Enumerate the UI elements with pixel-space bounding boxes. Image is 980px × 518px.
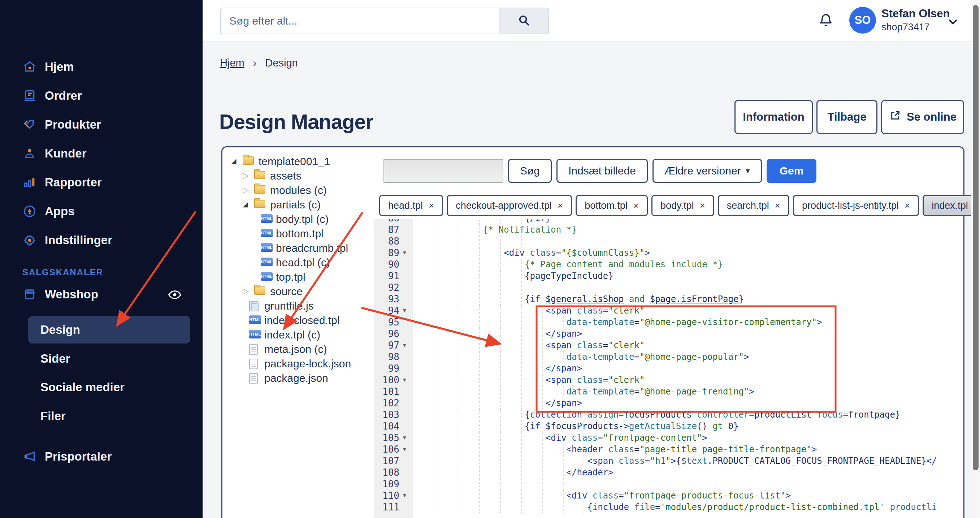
chevron-down-icon[interactable] [946, 14, 960, 29]
tree-item-label: package-lock.json [264, 358, 351, 370]
fold-arrow-icon[interactable]: ▾ [403, 305, 406, 316]
code-editor[interactable]: 86{/if}87{* Notification *}8889▾<div cla… [374, 219, 963, 518]
tree-item-assets[interactable]: ▷assets [222, 169, 374, 183]
se-online-button[interactable]: Se online [881, 100, 964, 134]
tree-expand-icon[interactable]: ▷ [243, 185, 249, 195]
tree-item-partialsc[interactable]: ◢partials (c) [222, 198, 374, 212]
tree-collapse-icon[interactable]: ◢ [231, 156, 237, 167]
code-text: </span> [420, 328, 963, 339]
tree-item-package.json[interactable]: package.json [222, 371, 374, 386]
code-line-96[interactable]: 96</span> [374, 328, 963, 339]
user-shop-id: shop73417 [881, 22, 930, 33]
code-line-97[interactable]: 97▾<span class="clerk" [374, 339, 963, 351]
code-line-100[interactable]: 100▾<span class="clerk" [374, 374, 963, 386]
fold-arrow-icon[interactable]: ▾ [403, 374, 406, 386]
code-line-104[interactable]: 104{if $focusProducts->getActualSize() g… [374, 421, 963, 432]
sidebar-item-apps[interactable]: Apps [0, 197, 202, 226]
tree-expand-icon[interactable]: ▷ [243, 170, 249, 181]
code-line-105[interactable]: 105▾<div class="frontpage-content"> [374, 432, 963, 443]
page-scrollbar-thumb[interactable] [973, 5, 978, 470]
sidebar-item-design[interactable]: Design [28, 316, 190, 344]
eye-icon[interactable] [167, 287, 183, 303]
tree-item-index-closed.tpl[interactable]: HTMLindex-closed.tpl [222, 313, 374, 328]
sidebar-item-filer[interactable]: Filer [0, 402, 202, 430]
tab-close-icon[interactable]: × [700, 200, 705, 211]
tab-close-icon[interactable]: × [775, 200, 780, 211]
code-line-94[interactable]: 94▾<span class="clerk" [374, 305, 963, 316]
tree-item-top.tpl[interactable]: HTMLtop.tpl [222, 270, 374, 284]
sidebar-item-hjem[interactable]: Hjem [0, 53, 202, 81]
fold-arrow-icon[interactable]: ▾ [403, 490, 406, 501]
code-line-102[interactable]: 102</span> [374, 397, 963, 409]
code-line-99[interactable]: 99</span> [374, 363, 963, 374]
code-line-86[interactable]: 86{/if} [374, 219, 963, 224]
tree-item-head.tplc[interactable]: HTMLhead.tpl (c) [222, 255, 374, 270]
search-button[interactable] [499, 8, 549, 33]
code-line-95[interactable]: 95data-template="@home-page-visitor-comp… [374, 316, 963, 328]
tab-checkout-approved.tpl[interactable]: checkout-approved.tpl× [447, 195, 572, 216]
tab-close-icon[interactable]: × [429, 200, 434, 211]
fold-arrow-icon[interactable]: ▾ [403, 443, 406, 455]
information-button[interactable]: Information [735, 100, 813, 134]
code-line-89[interactable]: 89▾<div class="{$columnClass}"> [374, 247, 963, 259]
tab-bottom.tpl[interactable]: bottom.tpl× [576, 195, 648, 216]
code-line-91[interactable]: 91{pageTypeInclude} [374, 270, 963, 282]
tab-close-icon[interactable]: × [633, 200, 639, 211]
sog-button[interactable]: Søg [508, 159, 552, 183]
tree-item-body.tplc[interactable]: HTMLbody.tpl (c) [222, 212, 374, 226]
code-line-101[interactable]: 101data-template="@home-page-trending"> [374, 386, 963, 397]
tree-collapse-icon[interactable]: ◢ [243, 199, 248, 210]
code-text: {* Notification *} [420, 224, 963, 236]
tree-expand-icon[interactable]: ▷ [243, 286, 249, 296]
code-line-110[interactable]: 110▾<div class="frontpage-products-focus… [374, 490, 963, 501]
tab-product-list-js-entity.tpl[interactable]: product-list-js-entity.tpl× [793, 195, 919, 216]
fold-arrow-icon[interactable]: ▾ [403, 247, 406, 259]
fold-arrow-icon[interactable]: ▾ [403, 432, 406, 443]
sidebar-item-sociale-medier[interactable]: Sociale medier [0, 373, 202, 401]
code-line-111[interactable]: 111{include file='modules/product/produc… [374, 501, 963, 513]
code-line-109[interactable]: 109 [374, 478, 963, 490]
tree-item-index.tplc[interactable]: HTMLindex.tpl (c) [222, 328, 374, 342]
code-line-108[interactable]: 108</header> [374, 467, 963, 478]
code-line-92[interactable]: 92 [374, 282, 963, 293]
sidebar-item-sider[interactable]: Sider [0, 345, 202, 373]
sidebar-item-prisportaler[interactable]: Prisportaler [0, 443, 202, 470]
tree-item-meta.jsonc[interactable]: meta.json (c) [222, 342, 374, 357]
tab-head.tpl[interactable]: head.tpl× [379, 195, 443, 216]
notification-bell-icon[interactable] [818, 12, 834, 30]
tab-close-icon[interactable]: × [905, 200, 910, 211]
html-file-icon: HTML [261, 214, 273, 223]
sidebar-item-produkter[interactable]: Produkter [0, 110, 202, 139]
breadcrumb-link-hjem[interactable]: Hjem [220, 57, 245, 69]
tree-item-breadcrumb.tpl[interactable]: HTMLbreadcrumb.tpl [222, 241, 374, 255]
search-input[interactable] [221, 8, 499, 33]
code-line-93[interactable]: 93{if $general.isShop and $page.isFrontP… [374, 293, 963, 305]
sidebar-item-rapporter[interactable]: Rapporter [0, 168, 202, 197]
code-line-107[interactable]: 107<span class="h1">{$text.PRODUCT_CATAL… [374, 455, 963, 467]
code-line-106[interactable]: 106▾<header class="page-title page-title… [374, 443, 963, 455]
code-line-87[interactable]: 87{* Notification *} [374, 224, 963, 236]
editor-search-input[interactable] [383, 159, 503, 183]
tree-item-modulesc[interactable]: ▷modules (c) [222, 183, 374, 198]
sidebar-item-indstillinger[interactable]: Indstillinger [0, 226, 202, 255]
sidebar-item-ordrer[interactable]: Ordrer [0, 81, 202, 110]
code-line-103[interactable]: 103{collection assign=focusProducts cont… [374, 409, 963, 421]
tree-item-gruntfile.js[interactable]: gruntfile.js [222, 299, 374, 313]
sidebar-item-kunder[interactable]: Kunder [0, 139, 202, 168]
tab-search.tpl[interactable]: search.tpl× [718, 195, 789, 216]
tree-item-template001_1[interactable]: ◢template001_1 [222, 154, 374, 169]
gem-button[interactable]: Gem [767, 159, 817, 183]
indsaet-billede-button[interactable]: Indsæt billede [557, 159, 648, 183]
tree-item-source[interactable]: ▷source [222, 284, 374, 299]
tree-item-package-lock.json[interactable]: package-lock.json [222, 357, 374, 371]
code-line-88[interactable]: 88 [374, 236, 963, 247]
tab-body.tpl[interactable]: body.tpl× [651, 195, 714, 216]
code-line-98[interactable]: 98data-template="@home-page-popular"> [374, 351, 963, 363]
fold-arrow-icon[interactable]: ▾ [403, 339, 406, 351]
tilbage-button[interactable]: Tilbage [816, 100, 877, 134]
aeldre-versioner-dropdown[interactable]: Ældre versioner ▾ [652, 159, 762, 183]
avatar[interactable]: SO [849, 7, 876, 33]
tab-close-icon[interactable]: × [557, 200, 563, 211]
code-line-90[interactable]: 90{* Page content and modules include *} [374, 259, 963, 270]
tree-item-bottom.tpl[interactable]: HTMLbottom.tpl [222, 226, 374, 241]
